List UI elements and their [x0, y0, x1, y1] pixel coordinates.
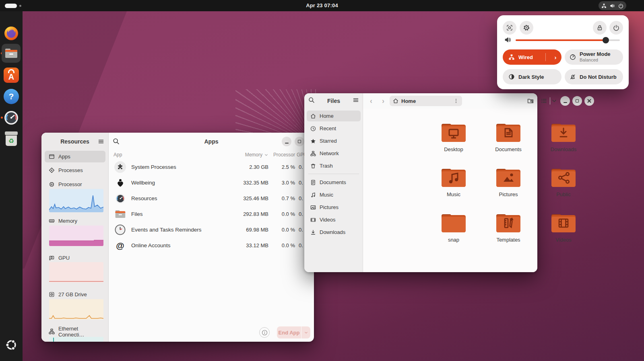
column-header-app[interactable]: App [114, 152, 122, 158]
ethernet-graph [49, 337, 103, 342]
network-icon [310, 151, 316, 156]
wired-network-icon [508, 54, 515, 60]
folder-icon [495, 211, 522, 233]
folder-music[interactable]: Music [430, 166, 477, 197]
sidebar-item-processes[interactable]: Processes [45, 164, 105, 176]
sidebar-item-starred[interactable]: Starred [307, 135, 361, 146]
processes-icon [49, 167, 55, 173]
system-processes-icon [114, 161, 126, 173]
resources-sidebar: Resources Apps Processes Processor Memor… [41, 133, 109, 342]
settings-button[interactable] [520, 21, 533, 35]
resources-menu-button[interactable] [98, 138, 104, 146]
process-row[interactable]: Wellbeing 332.35 MB 3.0 % 0. [109, 175, 314, 191]
dock-app-center[interactable]: A [3, 67, 19, 83]
resources-main: Apps App Memory Processor GPU System Pro… [109, 133, 314, 342]
folder-icon [440, 211, 467, 233]
folder-icon [550, 211, 577, 233]
folder-videos[interactable]: Videos [540, 211, 587, 243]
sidebar-item-downloads[interactable]: Downloads [307, 227, 361, 238]
volume-speaker-icon [504, 36, 512, 45]
path-bar[interactable]: Home [390, 96, 462, 106]
wired-expand-chevron[interactable]: › [549, 54, 561, 61]
top-bar: Apr 23 07:04 [0, 0, 644, 11]
files-search-button[interactable] [308, 97, 315, 105]
folder-public[interactable]: Public [540, 166, 587, 197]
home-icon [393, 98, 398, 104]
ethernet-icon [49, 328, 55, 334]
process-row[interactable]: @ Online Accounts 33.12 MB 0.0 % 0. [109, 238, 314, 253]
processor-icon [49, 181, 55, 187]
resources-maximize-button[interactable] [295, 137, 304, 146]
power-icon [613, 25, 619, 31]
wired-network-tile[interactable]: Wired › [503, 49, 561, 65]
documents-icon [310, 180, 316, 185]
end-app-dropdown[interactable] [301, 326, 310, 338]
power-off-button[interactable] [609, 21, 623, 35]
power-mode-icon [570, 54, 576, 60]
dock-help[interactable]: ? [3, 88, 19, 105]
folder-downloads[interactable]: Downloads [540, 121, 587, 152]
sidebar-item-drive[interactable]: 27 GB Drive [45, 289, 105, 300]
end-app-split-button[interactable]: End App [277, 326, 310, 338]
sidebar-item-network[interactable]: Network [307, 148, 361, 159]
folder-pictures[interactable]: Pictures [485, 166, 532, 197]
process-row[interactable]: Events and Tasks Reminders 69.98 MB 0.0 … [109, 222, 314, 238]
workspace-indicator[interactable] [5, 4, 17, 8]
do-not-disturb-tile[interactable]: Do Not Disturb [565, 69, 623, 84]
system-tray[interactable] [599, 1, 626, 10]
back-button[interactable]: ‹ [366, 96, 376, 106]
show-apps-button[interactable] [3, 337, 19, 353]
app-info-button[interactable] [259, 327, 270, 338]
trash-icon [310, 163, 316, 169]
files-minimize-button[interactable] [560, 96, 570, 106]
files-maximize-button[interactable] [572, 96, 582, 106]
sidebar-item-pictures[interactable]: Pictures [307, 202, 361, 213]
sidebar-item-ethernet[interactable]: Ethernet Connecti… [45, 326, 105, 337]
dock-resources[interactable] [3, 110, 19, 126]
workspace-dot[interactable] [19, 5, 21, 7]
search-folder-button[interactable] [526, 96, 535, 106]
resources-minimize-button[interactable] [282, 137, 291, 146]
dark-style-tile[interactable]: Dark Style [503, 69, 561, 84]
folder-snap[interactable]: snap [430, 211, 477, 243]
folder-documents[interactable]: Documents [485, 121, 532, 152]
forward-button[interactable]: › [378, 96, 388, 106]
sidebar-item-memory[interactable]: Memory [45, 215, 105, 227]
sidebar-item-recent[interactable]: Recent [307, 123, 361, 134]
sidebar-item-processor[interactable]: Processor [45, 178, 105, 190]
folder-desktop[interactable]: Desktop [430, 121, 477, 152]
screenshot-button[interactable] [503, 21, 516, 35]
list-view-button[interactable] [539, 96, 549, 106]
dock-trash[interactable]: ♻ [3, 131, 19, 147]
events-reminders-icon [114, 224, 126, 236]
power-icon [618, 3, 623, 8]
dock-files[interactable] [2, 44, 21, 63]
sidebar-item-documents[interactable]: Documents [307, 177, 361, 188]
path-menu-icon[interactable] [453, 98, 459, 104]
lock-screen-button[interactable] [593, 21, 607, 35]
clock[interactable]: Apr 23 07:04 [306, 0, 338, 11]
column-header-processor[interactable]: Processor [273, 152, 295, 158]
folder-templates[interactable]: Templates [485, 211, 532, 243]
files-close-button[interactable] [584, 96, 594, 106]
column-header-memory[interactable]: Memory [245, 152, 268, 158]
process-row[interactable]: Files 292.83 MB 0.0 % 0. [109, 206, 314, 222]
files-menu-button[interactable] [353, 97, 359, 105]
volume-slider[interactable] [516, 39, 620, 41]
dock: A ? ♻ [0, 11, 23, 361]
volume-slider-knob[interactable] [603, 37, 609, 43]
process-row[interactable]: Resources 325.46 MB 0.7 % 0. [109, 191, 314, 206]
folder-icon [550, 121, 577, 143]
sidebar-item-trash[interactable]: Trash [307, 160, 361, 171]
quick-settings-panel: Wired › Power Mode Balanced Dark Style D… [497, 15, 629, 89]
sidebar-item-home[interactable]: Home [307, 111, 361, 121]
power-mode-tile[interactable]: Power Mode Balanced [565, 49, 623, 65]
files-app-icon [114, 208, 126, 220]
end-app-button[interactable]: End App [277, 326, 301, 338]
process-row[interactable]: System Processes 2.30 GB 2.5 % 0. [109, 159, 314, 175]
sidebar-item-videos[interactable]: Videos [307, 214, 361, 225]
sidebar-item-apps[interactable]: Apps [45, 151, 105, 162]
dock-firefox[interactable] [3, 25, 19, 41]
sidebar-item-music[interactable]: Music [307, 189, 361, 200]
view-options-dropdown[interactable] [551, 96, 558, 106]
